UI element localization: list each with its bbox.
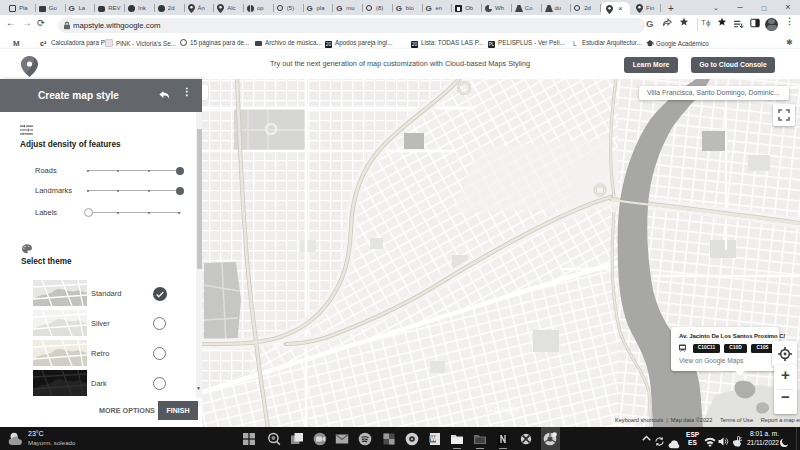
svg-text:Google: Google [486, 404, 520, 414]
svg-text:W: W [430, 435, 437, 442]
